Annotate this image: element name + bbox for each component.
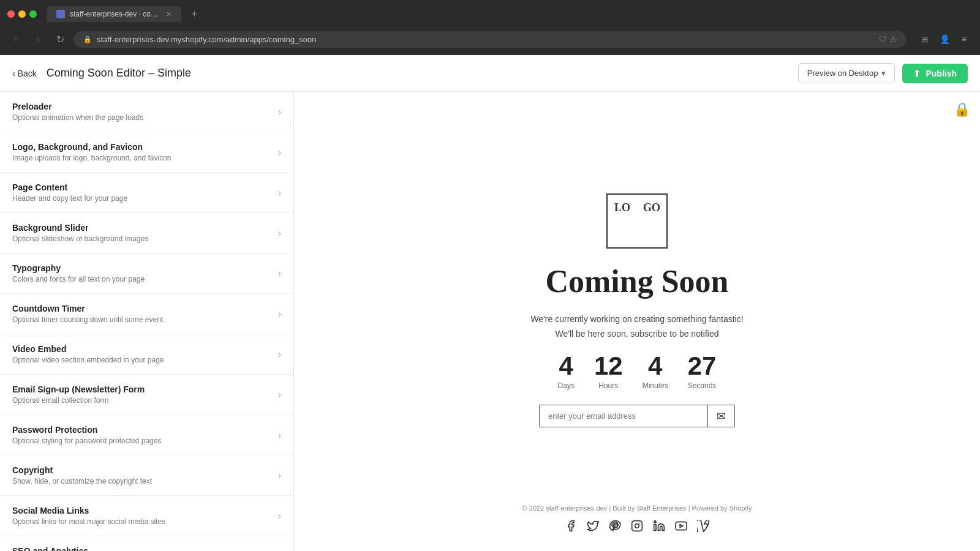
countdown-days-value: 4 bbox=[559, 353, 573, 379]
sidebar-item-copyright[interactable]: Copyright Show, hide, or customize the c… bbox=[0, 455, 293, 496]
sidebar-item-video-embed[interactable]: Video Embed Optional video section embed… bbox=[0, 334, 293, 375]
extensions-button[interactable]: ⊞ bbox=[916, 31, 933, 48]
back-nav-button[interactable]: ‹ bbox=[7, 31, 24, 48]
publish-label: Publish bbox=[925, 69, 957, 78]
logo-cell-bottom-right bbox=[637, 221, 666, 247]
sidebar-item-content: SEO and Analytics Optional search engine… bbox=[12, 546, 278, 551]
preview-main: LO GO Coming Soon We're currently workin… bbox=[530, 116, 743, 504]
header-right: Preview on Desktop ▾ ⬆ Publish bbox=[798, 63, 968, 83]
sidebar-item-desc: Optional video section embedded in your … bbox=[12, 356, 278, 364]
countdown-hours: 12 Hours bbox=[594, 353, 623, 390]
tab-bar: staff-enterprises-dev · coming… ✕ + bbox=[0, 0, 980, 23]
chevron-right-icon: › bbox=[278, 107, 281, 118]
nav-bar: ‹ › ↻ 🔒 staff-enterprises-dev.myshopify.… bbox=[0, 23, 980, 55]
tab-close-icon[interactable]: ✕ bbox=[166, 10, 172, 18]
logo: LO GO bbox=[606, 193, 668, 249]
sidebar-item-page-content[interactable]: Page Content Header and copy text for yo… bbox=[0, 173, 293, 213]
fullscreen-traffic-light[interactable] bbox=[29, 10, 37, 18]
logo-cell-lo: LO bbox=[608, 195, 637, 221]
sidebar-item-preloader[interactable]: Preloader Optional animation when the pa… bbox=[0, 92, 293, 132]
warning-icon: ⚠ bbox=[890, 35, 897, 43]
forward-nav-button[interactable]: › bbox=[29, 31, 47, 48]
sidebar-item-content: Countdown Timer Optional timer counting … bbox=[12, 304, 278, 324]
subtitle2: We'll be here soon, subscribe to be noti… bbox=[530, 329, 743, 339]
reload-button[interactable]: ↻ bbox=[51, 31, 69, 48]
upload-icon: ⬆ bbox=[913, 69, 921, 78]
logo-cell-bottom-left bbox=[608, 221, 637, 247]
menu-button[interactable]: ≡ bbox=[956, 31, 973, 48]
sidebar-item-title: Copyright bbox=[12, 465, 278, 475]
tab-label: staff-enterprises-dev · coming… bbox=[70, 10, 161, 18]
shield-icon: 🛡 bbox=[879, 35, 886, 43]
address-bar-icons: 🛡 ⚠ bbox=[879, 35, 897, 43]
logo-cell-go-top: GO bbox=[637, 195, 666, 221]
minimize-traffic-light[interactable] bbox=[18, 10, 26, 18]
sidebar-item-content: Page Content Header and copy text for yo… bbox=[12, 182, 278, 203]
address-bar[interactable]: 🔒 staff-enterprises-dev.myshopify.com/ad… bbox=[74, 31, 907, 48]
preview-content: 🔒 LO GO Coming Soon We're currently work… bbox=[294, 92, 980, 551]
svg-rect-2 bbox=[654, 525, 656, 531]
instagram-icon[interactable] bbox=[630, 519, 644, 533]
countdown-seconds-value: 27 bbox=[688, 353, 717, 379]
twitter-icon[interactable] bbox=[586, 519, 600, 533]
sidebar-item-content: Background Slider Optional slideshow of … bbox=[12, 223, 278, 243]
email-submit-button[interactable]: ✉ bbox=[707, 405, 734, 427]
traffic-lights bbox=[7, 10, 37, 18]
email-form: ✉ bbox=[539, 405, 735, 427]
publish-button[interactable]: ⬆ Publish bbox=[902, 64, 968, 83]
sidebar-item-title: Logo, Background, and Favicon bbox=[12, 142, 278, 152]
sidebar-item-social-media[interactable]: Social Media Links Optional links for mo… bbox=[0, 496, 293, 536]
chevron-right-icon: › bbox=[278, 430, 281, 441]
sidebar-item-content: Video Embed Optional video section embed… bbox=[12, 344, 278, 364]
chevron-right-icon: › bbox=[278, 511, 281, 522]
chevron-right-icon: › bbox=[278, 147, 281, 158]
browser-actions: ⊞ 👤 ≡ bbox=[916, 31, 973, 48]
svg-marker-4 bbox=[680, 524, 683, 527]
sidebar-item-background-slider[interactable]: Background Slider Optional slideshow of … bbox=[0, 213, 293, 253]
chevron-right-icon: › bbox=[278, 389, 281, 400]
pinterest-icon[interactable] bbox=[608, 519, 622, 533]
youtube-icon[interactable] bbox=[674, 519, 688, 533]
preview-panel: 🔒 LO GO Coming Soon We're currently work… bbox=[294, 92, 980, 551]
sidebar-item-password-protection[interactable]: Password Protection Optional styling for… bbox=[0, 415, 293, 455]
sidebar-item-content: Logo, Background, and Favicon Image uplo… bbox=[12, 142, 278, 162]
chevron-right-icon: › bbox=[278, 470, 281, 481]
sidebar-item-seo[interactable]: SEO and Analytics Optional search engine… bbox=[0, 536, 293, 551]
new-tab-button[interactable]: + bbox=[186, 8, 203, 21]
footer-section: © 2022 staff-enterprises-dev | Built by … bbox=[522, 504, 752, 533]
email-input[interactable] bbox=[540, 405, 707, 427]
close-traffic-light[interactable] bbox=[7, 10, 15, 18]
linkedin-icon[interactable] bbox=[652, 519, 666, 533]
lock-icon: 🔒 bbox=[83, 36, 92, 43]
countdown-seconds-label: Seconds bbox=[688, 381, 717, 390]
preview-chevron-icon: ▾ bbox=[881, 69, 886, 78]
sidebar-item-desc: Optional timer counting down until some … bbox=[12, 315, 278, 324]
sidebar-item-desc: Optional slideshow of background images bbox=[12, 234, 278, 243]
sidebar-item-title: Countdown Timer bbox=[12, 304, 278, 313]
sidebar-item-typography[interactable]: Typography Colors and fonts for all text… bbox=[0, 253, 293, 294]
sidebar-item-email-signup[interactable]: Email Sign-up (Newsletter) Form Optional… bbox=[0, 375, 293, 415]
preview-button[interactable]: Preview on Desktop ▾ bbox=[798, 63, 895, 83]
sidebar-item-title: Page Content bbox=[12, 182, 278, 192]
back-button[interactable]: ‹ Back bbox=[12, 69, 37, 78]
address-text: staff-enterprises-dev.myshopify.com/admi… bbox=[97, 35, 874, 44]
lock-icon: 🔒 bbox=[954, 102, 970, 118]
sidebar-item-title: Social Media Links bbox=[12, 506, 278, 515]
svg-rect-0 bbox=[632, 521, 643, 531]
sidebar-item-desc: Image uploads for logo, background, and … bbox=[12, 154, 278, 162]
sidebar: Preloader Optional animation when the pa… bbox=[0, 92, 294, 551]
app-header: ‹ Back Coming Soon Editor – Simple Previ… bbox=[0, 55, 980, 92]
countdown-seconds: 27 Seconds bbox=[688, 353, 717, 390]
facebook-icon[interactable] bbox=[564, 519, 578, 533]
countdown-minutes: 4 Minutes bbox=[643, 353, 668, 390]
social-icons bbox=[522, 519, 752, 533]
chevron-right-icon: › bbox=[278, 268, 281, 279]
active-tab[interactable]: staff-enterprises-dev · coming… ✕ bbox=[47, 6, 181, 22]
sidebar-item-desc: Header and copy text for your page bbox=[12, 194, 278, 203]
vimeo-icon[interactable] bbox=[696, 519, 710, 533]
chevron-right-icon: › bbox=[278, 309, 281, 320]
sidebar-item-countdown[interactable]: Countdown Timer Optional timer counting … bbox=[0, 294, 293, 334]
sidebar-item-title: Video Embed bbox=[12, 344, 278, 354]
profile-button[interactable]: 👤 bbox=[936, 31, 953, 48]
sidebar-item-logo[interactable]: Logo, Background, and Favicon Image uplo… bbox=[0, 132, 293, 173]
